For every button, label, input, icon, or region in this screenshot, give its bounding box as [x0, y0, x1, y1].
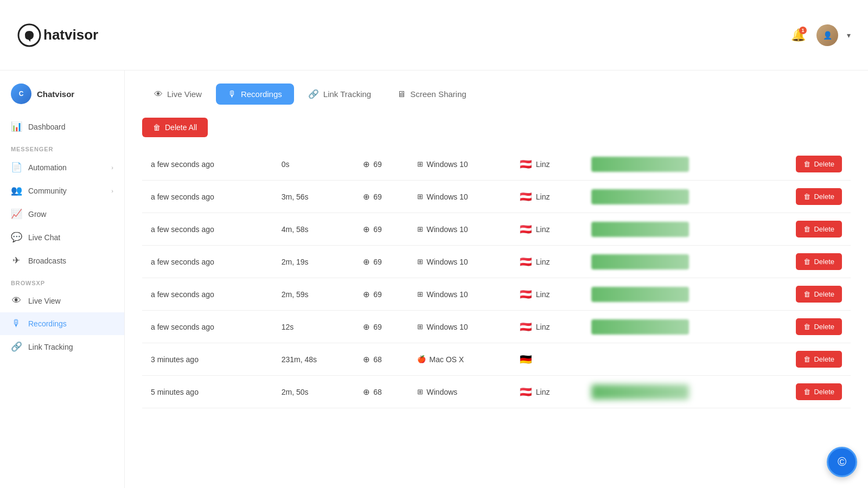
location-label: Linz: [536, 258, 550, 266]
flag-icon: 🇦🇹: [520, 288, 532, 300]
delete-button[interactable]: 🗑 Delete: [796, 318, 842, 335]
delete-button[interactable]: 🗑 Delete: [796, 351, 842, 368]
cell-location: 🇦🇹 Linz: [511, 376, 583, 408]
link-tracking-icon: 🔗: [11, 341, 22, 352]
windows-icon: ⊞: [417, 290, 423, 298]
sidebar-item-community[interactable]: 👥 Community ›: [0, 179, 124, 202]
cell-duration: 2m, 59s: [273, 278, 354, 311]
cell-bar: [583, 311, 756, 343]
cell-browser: ⊕ 68: [354, 343, 409, 376]
user-avatar[interactable]: 👤: [816, 24, 838, 46]
notifications-button[interactable]: 🔔 1: [788, 25, 808, 45]
chrome-icon: ⊕: [363, 224, 370, 234]
cell-bar: [583, 246, 756, 278]
tab-recordings[interactable]: 🎙 Recordings: [216, 84, 294, 105]
sidebar-item-label: Broadcasts: [28, 256, 66, 265]
cell-location: 🇦🇹 Linz: [511, 181, 583, 213]
cell-bar: [583, 278, 756, 311]
cell-action: 🗑 Delete: [756, 278, 851, 311]
cell-os: ⊞ Windows 10: [409, 278, 510, 311]
chrome-icon: ⊕: [363, 387, 370, 397]
delete-button[interactable]: 🗑 Delete: [796, 156, 842, 172]
os-label: Windows 10: [426, 225, 468, 234]
cell-action: 🗑 Delete: [756, 246, 851, 278]
cell-bar: [583, 213, 756, 246]
floating-chat-button[interactable]: ©: [827, 447, 857, 477]
cell-time: a few seconds ago: [142, 213, 273, 246]
sidebar-item-dashboard[interactable]: 📊 Dashboard: [0, 115, 124, 138]
chat-icon: ©: [838, 455, 846, 469]
sidebar-item-recordings[interactable]: 🎙 Recordings: [0, 312, 124, 335]
sidebar-brand[interactable]: C Chatvisor: [0, 79, 124, 115]
cell-duration: 4m, 58s: [273, 213, 354, 246]
delete-label: Delete: [814, 388, 834, 396]
delete-button[interactable]: 🗑 Delete: [796, 286, 842, 303]
table-row: a few seconds ago 2m, 59s ⊕ 69 ⊞ Windows…: [142, 278, 851, 311]
recordings-table: a few seconds ago 0s ⊕ 69 ⊞ Windows 10 🇦…: [142, 148, 851, 408]
tab-live-view[interactable]: 👁 Live View: [142, 84, 214, 105]
delete-button[interactable]: 🗑 Delete: [796, 253, 842, 270]
location-label: Linz: [536, 225, 550, 234]
cell-bar: [583, 181, 756, 213]
delete-button[interactable]: 🗑 Delete: [796, 188, 842, 205]
sidebar-item-live-chat[interactable]: 💬 Live Chat: [0, 226, 124, 249]
os-label: Windows 10: [426, 323, 468, 331]
table-row: a few seconds ago 2m, 19s ⊕ 69 ⊞ Windows…: [142, 246, 851, 278]
cell-duration: 12s: [273, 311, 354, 343]
sidebar-item-automation[interactable]: 📄 Automation ›: [0, 156, 124, 179]
delete-button[interactable]: 🗑 Delete: [796, 383, 842, 400]
app-logo[interactable]: hatvisor: [17, 23, 98, 47]
sidebar-item-link-tracking[interactable]: 🔗 Link Tracking: [0, 335, 124, 358]
tab-label: Live View: [167, 89, 202, 99]
sidebar-item-live-view[interactable]: 👁 Live View: [0, 290, 124, 312]
chrome-icon: ⊕: [363, 355, 370, 364]
delete-button[interactable]: 🗑 Delete: [796, 221, 842, 237]
os-label: Windows 10: [426, 192, 468, 201]
sidebar-item-broadcasts[interactable]: ✈ Broadcasts: [0, 249, 124, 272]
cell-duration: 0s: [273, 148, 354, 181]
cell-os: ⊞ Windows 10: [409, 311, 510, 343]
browser-version: 69: [373, 258, 382, 266]
tab-link-tracking[interactable]: 🔗 Link Tracking: [296, 84, 383, 105]
logo-text: hatvisor: [43, 27, 98, 43]
sidebar-section-messenger: MESSENGER: [0, 138, 124, 156]
screen-sharing-tab-icon: 🖥: [397, 89, 406, 99]
dashboard-icon: 📊: [11, 121, 22, 132]
table-row: a few seconds ago 12s ⊕ 69 ⊞ Windows 10 …: [142, 311, 851, 343]
location-label: Linz: [536, 192, 550, 201]
cell-time: a few seconds ago: [142, 278, 273, 311]
live-chat-icon: 💬: [11, 232, 22, 243]
cell-os: ⊞ Windows 10: [409, 246, 510, 278]
table-row: a few seconds ago 3m, 56s ⊕ 69 ⊞ Windows…: [142, 181, 851, 213]
community-icon: 👥: [11, 185, 22, 196]
browser-version: 69: [373, 323, 382, 331]
session-bar: [591, 157, 689, 172]
sidebar: C Chatvisor 📊 Dashboard MESSENGER 📄 Auto…: [0, 70, 125, 488]
sidebar-item-label: Live Chat: [28, 233, 60, 242]
tab-label: Link Tracking: [323, 89, 371, 99]
cell-browser: ⊕ 69: [354, 181, 409, 213]
delete-label: Delete: [814, 258, 834, 266]
cell-duration: 2m, 50s: [273, 376, 354, 408]
tab-screen-sharing[interactable]: 🖥 Screen Sharing: [385, 84, 478, 105]
recordings-icon: 🎙: [11, 318, 22, 329]
cell-os: ⊞ Windows: [409, 376, 510, 408]
windows-icon: ⊞: [417, 388, 423, 396]
main-content: 👁 Live View 🎙 Recordings 🔗 Link Tracking…: [125, 70, 868, 488]
sidebar-item-grow[interactable]: 📈 Grow: [0, 202, 124, 226]
cell-action: 🗑 Delete: [756, 311, 851, 343]
cell-duration: 2m, 19s: [273, 246, 354, 278]
table-row: 5 minutes ago 2m, 50s ⊕ 68 ⊞ Windows 🇦🇹 …: [142, 376, 851, 408]
chrome-icon: ⊕: [363, 322, 370, 332]
cell-action: 🗑 Delete: [756, 376, 851, 408]
sidebar-item-label: Live View: [28, 297, 61, 305]
cell-time: 3 minutes ago: [142, 343, 273, 376]
delete-all-button[interactable]: 🗑 Delete All: [142, 118, 208, 137]
browser-version: 68: [373, 355, 382, 364]
user-menu-arrow[interactable]: ▾: [847, 31, 851, 40]
sidebar-item-label: Automation: [28, 163, 67, 172]
grow-icon: 📈: [11, 208, 22, 220]
location-label: Linz: [536, 290, 550, 299]
flag-icon: 🇦🇹: [520, 191, 532, 203]
cell-browser: ⊕ 69: [354, 148, 409, 181]
